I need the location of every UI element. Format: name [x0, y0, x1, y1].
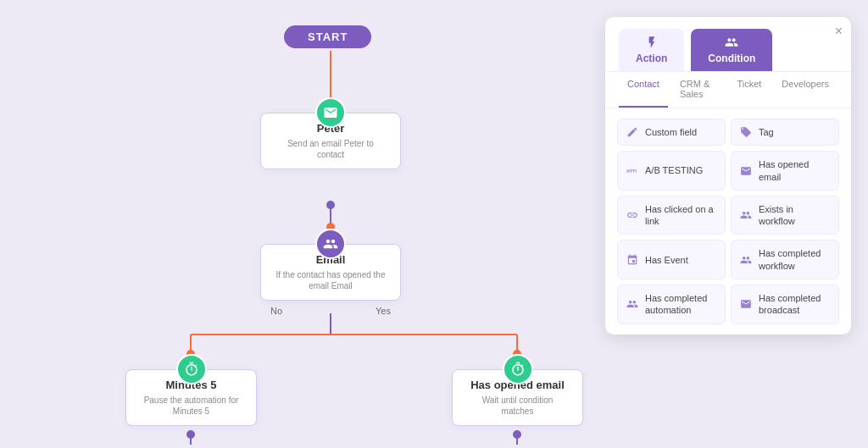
- panel-top-tabs: Action Condition: [605, 17, 851, 72]
- workflow-icon: [740, 209, 752, 221]
- peter-icon-circle: [315, 97, 346, 128]
- completed-workflow-icon: [740, 254, 752, 266]
- condition-icon-circle: [315, 229, 346, 259]
- subtab-developers[interactable]: Developers: [773, 72, 837, 108]
- side-panel: × Action Condition Contact CRM & Sales T…: [605, 17, 851, 335]
- email-icon: [323, 105, 338, 120]
- custom-field-icon: [626, 126, 638, 138]
- minutes5-bottom-dot: [186, 430, 195, 439]
- subtab-contact[interactable]: Contact: [619, 72, 668, 108]
- tag-icon: [740, 126, 752, 138]
- panel-item-label: A/B TESTING: [645, 164, 703, 176]
- panel-item-label: Has completed automation: [645, 292, 716, 317]
- tab-condition[interactable]: Condition: [691, 29, 772, 71]
- panel-items-grid: Custom field Tag A/B TESTING Has opened …: [605, 108, 851, 335]
- has-opened-bottom-dot: [513, 430, 521, 439]
- panel-item-label: Has clicked on a link: [645, 203, 716, 228]
- ab-test-icon: [626, 165, 638, 177]
- peter-node[interactable]: Peter Send an email Peter to contact: [260, 97, 401, 169]
- panel-item-label: Has Event: [645, 254, 688, 266]
- has-opened-email-node[interactable]: Has opened email Wait until condition ma…: [452, 354, 583, 426]
- panel-item-label: Custom field: [645, 126, 697, 138]
- email-node-desc: If the contact has opened the email Emai…: [275, 269, 387, 291]
- email-node[interactable]: Email If the contact has opened the emai…: [260, 229, 401, 316]
- condition-tab-icon: [725, 36, 738, 49]
- has-opened-email-desc: Wait until condition matches: [466, 395, 569, 417]
- panel-item-label: Has completed broadcast: [759, 292, 830, 317]
- panel-item-ab-test[interactable]: A/B TESTING: [617, 151, 726, 191]
- panel-item-completed-workflow[interactable]: Has completed workflow: [731, 240, 839, 279]
- panel-item-label: Has opened email: [759, 158, 830, 183]
- tab-action[interactable]: Action: [619, 29, 684, 71]
- panel-item-exists-workflow[interactable]: Exists in workflow: [731, 196, 839, 235]
- panel-item-has-opened-email[interactable]: Has opened email: [731, 151, 839, 191]
- connector-dot-1: [326, 201, 335, 209]
- condition-icon: [323, 236, 338, 252]
- tab-action-label: Action: [636, 53, 667, 64]
- panel-item-label: Has completed workflow: [759, 247, 830, 272]
- branch-no: No: [270, 306, 282, 316]
- action-icon: [645, 36, 659, 49]
- start-label: START: [284, 25, 371, 48]
- panel-item-label: Tag: [759, 126, 774, 138]
- email2-icon: [740, 165, 752, 177]
- timer2-icon: [510, 362, 526, 377]
- minutes5-desc: Pause the automation for Minutes 5: [140, 395, 242, 417]
- minutes5-node[interactable]: Minutes 5 Pause the automation for Minut…: [125, 354, 257, 426]
- panel-close-button[interactable]: ×: [835, 24, 843, 39]
- timer-icon: [184, 362, 199, 377]
- panel-item-clicked-link[interactable]: Has clicked on a link: [617, 196, 726, 235]
- minutes5-icon-circle: [176, 354, 207, 384]
- panel-item-completed-automation[interactable]: Has completed automation: [617, 285, 726, 324]
- panel-sub-tabs: Contact CRM & Sales Ticket Developers: [605, 72, 851, 108]
- subtab-ticket[interactable]: Ticket: [728, 72, 770, 108]
- link-icon: [626, 209, 638, 221]
- panel-item-completed-broadcast[interactable]: Has completed broadcast: [731, 285, 839, 324]
- panel-item-tag[interactable]: Tag: [731, 119, 839, 146]
- panel-item-has-event[interactable]: Has Event: [617, 240, 726, 279]
- start-node: START: [284, 25, 371, 48]
- panel-item-label: Exists in workflow: [759, 203, 830, 228]
- panel-item-custom-field[interactable]: Custom field: [617, 119, 726, 146]
- completed-broadcast-icon: [740, 298, 752, 310]
- subtab-crm[interactable]: CRM & Sales: [671, 72, 726, 108]
- peter-desc: Send an email Peter to contact: [275, 138, 387, 160]
- has-opened-icon-circle: [503, 354, 533, 384]
- tab-condition-label: Condition: [708, 53, 755, 64]
- branch-labels: No Yes: [260, 306, 401, 316]
- event-icon: [626, 254, 638, 266]
- branch-yes: Yes: [376, 306, 391, 316]
- completed-automation-icon: [626, 298, 638, 310]
